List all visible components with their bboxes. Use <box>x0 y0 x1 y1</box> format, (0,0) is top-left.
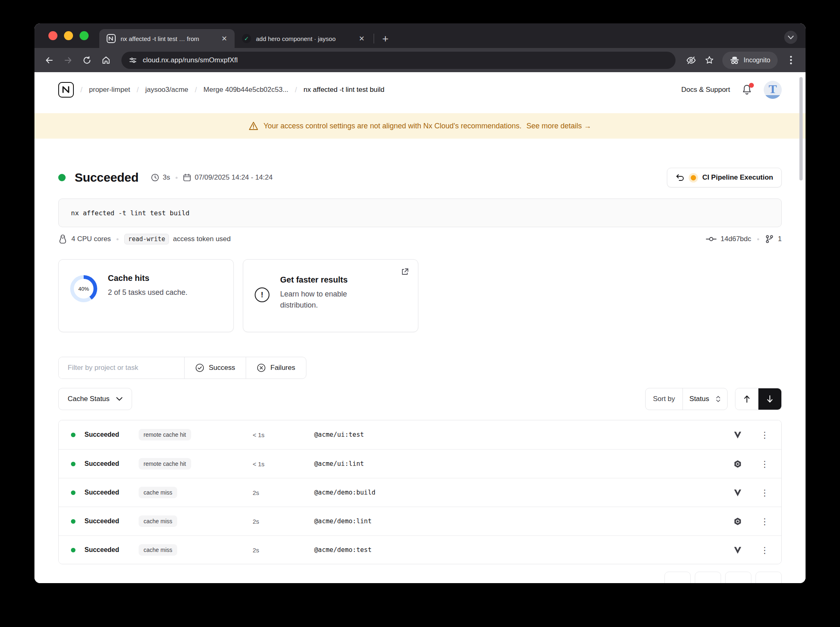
task-row[interactable]: Succeeded remote cache hit < 1s @acme/ui… <box>59 420 781 449</box>
linux-penguin-icon <box>58 234 67 244</box>
vite-icon <box>733 488 742 497</box>
cpu-cores: 4 CPU cores <box>71 235 111 243</box>
tab-strip: nx affected -t lint test … from ✕ ✓ add … <box>34 23 806 48</box>
task-target[interactable]: @acme/demo:lint <box>314 518 733 525</box>
url-bar[interactable]: cloud.nx.app/runs/smOmxpfXfl <box>121 52 676 69</box>
cache-badge: remote cache hit <box>139 429 191 440</box>
sort-by-label: Sort by <box>646 388 683 410</box>
chevron-down-icon <box>116 397 123 401</box>
breadcrumb-commit[interactable]: Merge 409b44e5cb02c53... <box>203 86 288 94</box>
sort-ascending-button[interactable] <box>735 388 758 410</box>
faster-results-title: Get faster results <box>280 275 379 285</box>
vitest-icon <box>733 430 742 440</box>
task-target[interactable]: @acme/demo:test <box>314 546 733 554</box>
get-faster-results-card[interactable]: ! Get faster results Learn how to enable… <box>243 259 418 332</box>
task-status-dot <box>71 433 75 437</box>
task-status-dot <box>71 548 75 552</box>
breadcrumb-separator: / <box>137 86 139 94</box>
task-target[interactable]: @acme/demo:build <box>314 489 733 496</box>
avatar[interactable]: T <box>764 81 782 99</box>
row-menu-icon[interactable]: ⋮ <box>760 460 769 468</box>
zoom-window-button[interactable] <box>80 31 89 40</box>
banner-link[interactable]: See more details → <box>527 122 591 130</box>
page-scrollbar[interactable] <box>799 77 803 180</box>
access-warning-banner[interactable]: Your access control settings are not ali… <box>34 113 806 139</box>
row-menu-icon[interactable]: ⋮ <box>760 546 769 554</box>
notifications-bell-icon[interactable] <box>741 84 753 96</box>
minimize-window-button[interactable] <box>64 31 73 40</box>
cache-hits-card: 40% Cache hits 2 of 5 tasks used cache. <box>58 259 234 332</box>
close-window-button[interactable] <box>48 31 57 40</box>
task-target[interactable]: @acme/ui:lint <box>314 460 733 467</box>
forward-icon[interactable] <box>60 52 76 68</box>
row-menu-icon[interactable]: ⋮ <box>760 431 769 439</box>
breadcrumb-org[interactable]: proper-limpet <box>89 86 130 94</box>
task-row[interactable]: Succeeded cache miss 2s @acme/demo:build… <box>59 478 781 506</box>
commit-sha[interactable]: 14d67bdc <box>721 235 751 243</box>
tab-search-chevron-icon[interactable] <box>784 31 797 44</box>
incognito-icon <box>730 56 740 65</box>
row-menu-icon[interactable]: ⋮ <box>760 488 769 497</box>
bookmark-star-icon[interactable] <box>701 52 717 68</box>
commit-icon <box>706 235 717 243</box>
group-by-label: Cache Status <box>68 395 110 403</box>
branch-count[interactable]: 1 <box>778 235 782 243</box>
tab-title: add hero component · jaysoo <box>256 35 353 42</box>
pagination-button[interactable] <box>725 572 751 583</box>
close-tab-icon[interactable]: ✕ <box>358 34 365 43</box>
task-status: Succeeded <box>84 460 139 467</box>
back-icon[interactable] <box>41 52 57 68</box>
task-status: Succeeded <box>84 431 139 438</box>
site-header: / proper-limpet / jaysoo3/acme / Merge 4… <box>34 72 806 107</box>
filter-success-button[interactable]: Success <box>184 357 246 378</box>
incognito-badge[interactable]: Incognito <box>722 52 778 69</box>
branch-icon <box>765 235 774 244</box>
breadcrumb-run: nx affected -t lint test build <box>304 86 384 94</box>
breadcrumb: / proper-limpet / jaysoo3/acme / Merge 4… <box>58 82 384 98</box>
access-token-badge: read-write <box>124 234 169 244</box>
url-text[interactable]: cloud.nx.app/runs/smOmxpfXfl <box>143 56 237 64</box>
breadcrumb-separator: / <box>80 86 82 94</box>
ci-pipeline-execution-button[interactable]: CI Pipeline Execution <box>667 168 782 187</box>
task-row[interactable]: Succeeded cache miss 2s @acme/demo:lint … <box>59 506 781 535</box>
home-icon[interactable] <box>98 52 114 68</box>
filter-failures-button[interactable]: Failures <box>246 357 306 378</box>
pipeline-button-label: CI Pipeline Execution <box>702 173 773 182</box>
sort-value: Status <box>689 395 709 403</box>
task-row[interactable]: Succeeded cache miss 2s @acme/demo:test … <box>59 535 781 564</box>
eslint-icon <box>733 517 742 526</box>
filter-input[interactable] <box>59 357 184 378</box>
clock-icon <box>151 173 159 182</box>
pagination-button[interactable] <box>664 572 691 583</box>
check-circle-icon: ✓ <box>242 34 251 43</box>
nx-workspace-logo-icon[interactable] <box>58 82 74 98</box>
eye-off-icon[interactable] <box>683 52 699 68</box>
window-controls[interactable] <box>34 31 99 40</box>
breadcrumb-separator: / <box>295 86 297 94</box>
run-status: Succeeded <box>75 171 139 185</box>
sort-select[interactable]: Status <box>683 388 727 410</box>
close-tab-icon[interactable]: ✕ <box>221 34 228 43</box>
faster-results-subtitle: Learn how to enable distribution. <box>280 289 379 311</box>
sort-descending-button[interactable] <box>758 388 781 410</box>
site-settings-icon[interactable] <box>129 56 137 64</box>
pagination-button[interactable] <box>695 572 721 583</box>
task-status: Succeeded <box>84 546 139 554</box>
tab-nx-run[interactable]: nx affected -t lint test … from ✕ <box>99 29 235 48</box>
check-circle-icon <box>195 363 204 372</box>
browser-menu-icon[interactable] <box>783 52 799 68</box>
eslint-icon <box>733 459 742 469</box>
task-target[interactable]: @acme/ui:test <box>314 431 733 438</box>
row-menu-icon[interactable]: ⋮ <box>760 517 769 526</box>
cache-badge: cache miss <box>139 544 177 556</box>
cache-status-dropdown[interactable]: Cache Status <box>58 388 132 410</box>
breadcrumb-workspace[interactable]: jaysoo3/acme <box>145 86 188 94</box>
task-row[interactable]: Succeeded remote cache hit < 1s @acme/ui… <box>59 449 781 478</box>
nx-logo-icon <box>107 34 116 43</box>
docs-support-link[interactable]: Docs & Support <box>681 86 730 94</box>
task-filter-group: Success Failures <box>58 357 306 379</box>
pagination-button[interactable] <box>756 572 782 583</box>
reload-icon[interactable] <box>79 52 95 68</box>
tab-pr[interactable]: ✓ add hero component · jaysoo ✕ <box>235 29 372 48</box>
new-tab-button[interactable]: + <box>378 32 393 45</box>
